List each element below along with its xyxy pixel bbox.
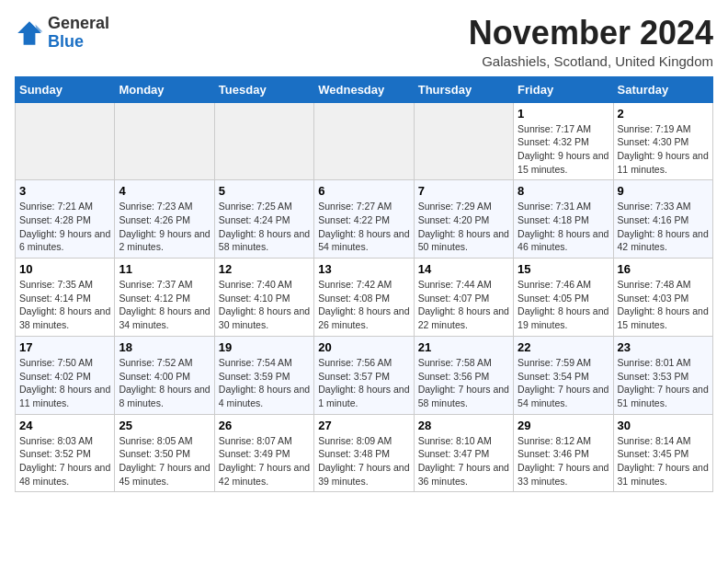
day-number: 6: [318, 184, 409, 198]
svg-marker-0: [17, 21, 41, 45]
day-number: 28: [418, 419, 509, 432]
day-number: 8: [518, 184, 609, 198]
header-saturday: Saturday: [613, 76, 712, 102]
day-info: Sunrise: 7:21 AM Sunset: 4:28 PM Dayligh…: [19, 200, 110, 254]
calendar-cell: 4Sunrise: 7:23 AM Sunset: 4:26 PM Daylig…: [115, 180, 214, 259]
calendar-cell: 23Sunrise: 8:01 AM Sunset: 3:53 PM Dayli…: [613, 336, 712, 414]
calendar-cell: 10Sunrise: 7:35 AM Sunset: 4:14 PM Dayli…: [16, 259, 115, 337]
calendar-cell: 1Sunrise: 7:17 AM Sunset: 4:32 PM Daylig…: [514, 102, 613, 180]
day-info: Sunrise: 7:37 AM Sunset: 4:12 PM Dayligh…: [119, 278, 210, 332]
logo-icon: [15, 18, 44, 48]
calendar-week-0: 1Sunrise: 7:17 AM Sunset: 4:32 PM Daylig…: [16, 102, 713, 180]
day-number: 18: [119, 340, 210, 354]
calendar-cell: 6Sunrise: 7:27 AM Sunset: 4:22 PM Daylig…: [314, 180, 414, 259]
day-number: 25: [119, 419, 210, 432]
calendar-cell: 12Sunrise: 7:40 AM Sunset: 4:10 PM Dayli…: [214, 259, 313, 337]
day-info: Sunrise: 8:01 AM Sunset: 3:53 PM Dayligh…: [618, 356, 709, 410]
calendar-cell: 2Sunrise: 7:19 AM Sunset: 4:30 PM Daylig…: [613, 102, 712, 180]
day-info: Sunrise: 8:05 AM Sunset: 3:50 PM Dayligh…: [119, 434, 210, 488]
day-number: 16: [618, 262, 709, 276]
day-info: Sunrise: 7:33 AM Sunset: 4:16 PM Dayligh…: [618, 200, 709, 254]
calendar-header: Sunday Monday Tuesday Wednesday Thursday…: [16, 76, 713, 102]
day-info: Sunrise: 7:40 AM Sunset: 4:10 PM Dayligh…: [219, 278, 310, 332]
calendar-cell: 26Sunrise: 8:07 AM Sunset: 3:49 PM Dayli…: [214, 414, 313, 492]
day-number: 22: [518, 340, 609, 354]
day-number: 10: [19, 262, 110, 276]
day-info: Sunrise: 7:35 AM Sunset: 4:14 PM Dayligh…: [19, 278, 110, 332]
calendar-cell: 29Sunrise: 8:12 AM Sunset: 3:46 PM Dayli…: [514, 414, 613, 492]
header-tuesday: Tuesday: [214, 76, 313, 102]
day-info: Sunrise: 7:52 AM Sunset: 4:00 PM Dayligh…: [119, 356, 210, 410]
day-number: 30: [618, 419, 709, 432]
day-info: Sunrise: 7:58 AM Sunset: 3:56 PM Dayligh…: [418, 356, 509, 410]
calendar-cell: 13Sunrise: 7:42 AM Sunset: 4:08 PM Dayli…: [314, 259, 414, 337]
day-number: 2: [618, 107, 709, 121]
header: General Blue November 2024 Galashiels, S…: [15, 15, 713, 69]
day-info: Sunrise: 8:10 AM Sunset: 3:47 PM Dayligh…: [418, 434, 509, 488]
day-number: 20: [318, 340, 409, 354]
calendar-cell: 7Sunrise: 7:29 AM Sunset: 4:20 PM Daylig…: [414, 180, 513, 259]
day-info: Sunrise: 7:27 AM Sunset: 4:22 PM Dayligh…: [318, 200, 409, 254]
day-number: 26: [219, 419, 310, 432]
day-number: 21: [418, 340, 509, 354]
calendar-cell: 14Sunrise: 7:44 AM Sunset: 4:07 PM Dayli…: [414, 259, 513, 337]
calendar-week-4: 24Sunrise: 8:03 AM Sunset: 3:52 PM Dayli…: [16, 414, 713, 492]
day-number: 3: [19, 184, 110, 198]
title-area: November 2024 Galashiels, Scotland, Unit…: [469, 15, 713, 69]
calendar-cell: 30Sunrise: 8:14 AM Sunset: 3:45 PM Dayli…: [613, 414, 712, 492]
day-info: Sunrise: 8:14 AM Sunset: 3:45 PM Dayligh…: [618, 434, 709, 488]
day-info: Sunrise: 7:23 AM Sunset: 4:26 PM Dayligh…: [119, 200, 210, 254]
day-number: 7: [418, 184, 509, 198]
calendar-cell: 3Sunrise: 7:21 AM Sunset: 4:28 PM Daylig…: [16, 180, 115, 259]
day-number: 1: [518, 107, 609, 121]
day-number: 17: [19, 340, 110, 354]
calendar-cell: 22Sunrise: 7:59 AM Sunset: 3:54 PM Dayli…: [514, 336, 613, 414]
day-info: Sunrise: 7:46 AM Sunset: 4:05 PM Dayligh…: [518, 278, 609, 332]
calendar-cell: 27Sunrise: 8:09 AM Sunset: 3:48 PM Dayli…: [314, 414, 414, 492]
calendar-cell: 16Sunrise: 7:48 AM Sunset: 4:03 PM Dayli…: [613, 259, 712, 337]
day-info: Sunrise: 7:56 AM Sunset: 3:57 PM Dayligh…: [318, 356, 409, 410]
day-number: 19: [219, 340, 310, 354]
calendar-cell: 28Sunrise: 8:10 AM Sunset: 3:47 PM Dayli…: [414, 414, 513, 492]
calendar-cell: 24Sunrise: 8:03 AM Sunset: 3:52 PM Dayli…: [16, 414, 115, 492]
calendar-week-2: 10Sunrise: 7:35 AM Sunset: 4:14 PM Dayli…: [16, 259, 713, 337]
day-number: 15: [518, 262, 609, 276]
header-monday: Monday: [115, 76, 214, 102]
day-number: 27: [318, 419, 409, 432]
day-info: Sunrise: 8:12 AM Sunset: 3:46 PM Dayligh…: [518, 434, 609, 488]
calendar-cell: [314, 102, 414, 180]
day-info: Sunrise: 7:48 AM Sunset: 4:03 PM Dayligh…: [618, 278, 709, 332]
day-number: 24: [19, 419, 110, 432]
day-number: 14: [418, 262, 509, 276]
day-number: 5: [219, 184, 310, 198]
logo: General Blue: [15, 15, 109, 52]
calendar-cell: 9Sunrise: 7:33 AM Sunset: 4:16 PM Daylig…: [613, 180, 712, 259]
calendar-cell: 5Sunrise: 7:25 AM Sunset: 4:24 PM Daylig…: [214, 180, 313, 259]
day-info: Sunrise: 8:07 AM Sunset: 3:49 PM Dayligh…: [219, 434, 310, 488]
day-info: Sunrise: 7:44 AM Sunset: 4:07 PM Dayligh…: [418, 278, 509, 332]
calendar-table: Sunday Monday Tuesday Wednesday Thursday…: [15, 76, 713, 493]
header-friday: Friday: [514, 76, 613, 102]
header-sunday: Sunday: [16, 76, 115, 102]
calendar-cell: 11Sunrise: 7:37 AM Sunset: 4:12 PM Dayli…: [115, 259, 214, 337]
month-title: November 2024: [469, 15, 713, 52]
location: Galashiels, Scotland, United Kingdom: [469, 53, 713, 69]
day-number: 11: [119, 262, 210, 276]
day-number: 12: [219, 262, 310, 276]
day-number: 9: [618, 184, 709, 198]
day-info: Sunrise: 7:19 AM Sunset: 4:30 PM Dayligh…: [618, 122, 709, 177]
day-info: Sunrise: 8:03 AM Sunset: 3:52 PM Dayligh…: [19, 434, 110, 488]
calendar-cell: 15Sunrise: 7:46 AM Sunset: 4:05 PM Dayli…: [514, 259, 613, 337]
day-info: Sunrise: 7:25 AM Sunset: 4:24 PM Dayligh…: [219, 200, 310, 254]
day-number: 4: [119, 184, 210, 198]
calendar-cell: [16, 102, 115, 180]
calendar-cell: 21Sunrise: 7:58 AM Sunset: 3:56 PM Dayli…: [414, 336, 513, 414]
day-number: 29: [518, 419, 609, 432]
day-info: Sunrise: 7:17 AM Sunset: 4:32 PM Dayligh…: [518, 122, 609, 177]
day-info: Sunrise: 7:42 AM Sunset: 4:08 PM Dayligh…: [318, 278, 409, 332]
day-info: Sunrise: 8:09 AM Sunset: 3:48 PM Dayligh…: [318, 434, 409, 488]
calendar-cell: [214, 102, 313, 180]
calendar-cell: 25Sunrise: 8:05 AM Sunset: 3:50 PM Dayli…: [115, 414, 214, 492]
day-number: 13: [318, 262, 409, 276]
header-wednesday: Wednesday: [314, 76, 414, 102]
